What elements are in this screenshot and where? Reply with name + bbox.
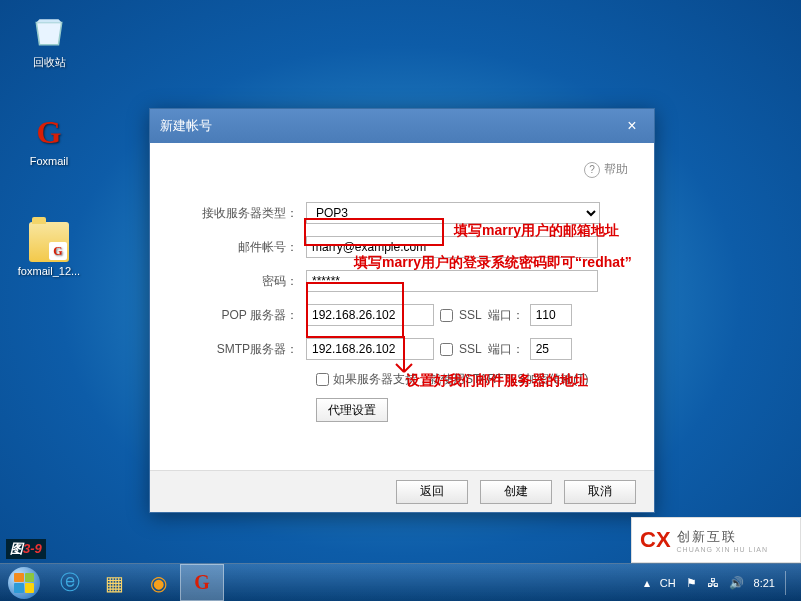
port-label: 端口： — [488, 307, 524, 324]
smtp-server-input[interactable] — [306, 338, 434, 360]
desktop-icon-foxmail[interactable]: G Foxmail — [14, 112, 84, 167]
watermark-brand: 创新互联 — [677, 528, 769, 546]
tray-expand-icon[interactable]: ▴ — [644, 576, 650, 590]
back-button[interactable]: 返回 — [396, 480, 468, 504]
taskbar: ⓔ ▦ ◉ G ▴ CH ⚑ 🖧 🔊 8:21 — [0, 563, 801, 601]
figure-number: 图3-9 — [6, 539, 46, 559]
desktop-icon-label: Foxmail — [14, 155, 84, 167]
label-password: 密码： — [176, 273, 306, 290]
dialog-footer: 返回 创建 取消 — [150, 470, 654, 512]
new-account-dialog: 新建帐号 × 帮助 接收服务器类型： POP3 邮件帐号： — [149, 108, 655, 513]
pop-server-input[interactable] — [306, 304, 434, 326]
ssl-label: SSL — [459, 308, 482, 322]
tray-lang[interactable]: CH — [660, 577, 676, 589]
desktop-icon-foxmail-folder[interactable]: G foxmail_12... — [14, 222, 84, 277]
smtp-ssl-checkbox[interactable] — [440, 343, 453, 356]
smtp-port-input[interactable] — [530, 338, 572, 360]
pop-ssl-checkbox[interactable] — [440, 309, 453, 322]
port-label: 端口： — [488, 341, 524, 358]
label-server-type: 接收服务器类型： — [176, 205, 306, 222]
watermark-sub: CHUANG XIN HU LIAN — [677, 546, 769, 553]
help-link[interactable]: 帮助 — [584, 161, 628, 178]
tray-clock[interactable]: 8:21 — [754, 577, 775, 589]
start-button[interactable] — [0, 564, 48, 601]
windows-logo-icon — [8, 567, 40, 599]
watermark-logo-icon: CX — [640, 527, 671, 553]
folder-icon: ▦ — [105, 571, 124, 595]
show-desktop-button[interactable] — [785, 571, 793, 595]
ie-icon: ⓔ — [60, 569, 80, 596]
volume-icon[interactable]: 🔊 — [729, 576, 744, 590]
ssl-label: SSL — [459, 342, 482, 356]
taskbar-foxmail[interactable]: G — [180, 564, 224, 601]
dialog-title: 新建帐号 — [160, 117, 212, 135]
create-button[interactable]: 创建 — [480, 480, 552, 504]
dialog-titlebar[interactable]: 新建帐号 × — [150, 109, 654, 143]
taskbar-media-player[interactable]: ◉ — [136, 564, 180, 601]
account-form: 接收服务器类型： POP3 邮件帐号： 密码： — [176, 201, 628, 422]
desktop-icon-label: 回收站 — [14, 55, 84, 70]
recycle-bin-icon — [29, 12, 69, 52]
label-mail-account: 邮件帐号： — [176, 239, 306, 256]
proxy-settings-button[interactable]: 代理设置 — [316, 398, 388, 422]
mail-account-input[interactable] — [306, 236, 598, 258]
foxmail-icon: G — [194, 571, 210, 594]
flag-icon[interactable]: ⚑ — [686, 576, 697, 590]
close-icon[interactable]: × — [620, 117, 644, 135]
taskbar-explorer[interactable]: ▦ — [92, 564, 136, 601]
server-type-select[interactable]: POP3 — [306, 202, 600, 224]
watermark: CX 创新互联 CHUANG XIN HU LIAN — [631, 517, 801, 563]
network-icon[interactable]: 🖧 — [707, 576, 719, 590]
desktop-icon-recycle-bin[interactable]: 回收站 — [14, 12, 84, 70]
media-player-icon: ◉ — [150, 571, 167, 595]
label-smtp: SMTP服务器： — [176, 341, 306, 358]
folder-icon: G — [29, 222, 69, 262]
foxmail-icon: G — [29, 112, 69, 152]
label-pop: POP 服务器： — [176, 307, 306, 324]
desktop: 回收站 G Foxmail G foxmail_12... 新建帐号 × 帮助 … — [0, 0, 801, 601]
starttls-checkbox[interactable] — [316, 373, 329, 386]
desktop-icon-label: foxmail_12... — [14, 265, 84, 277]
starttls-label: 如果服务器支持，就使用STARTTLS加密传输(T) — [333, 371, 589, 388]
password-input[interactable] — [306, 270, 598, 292]
taskbar-ie[interactable]: ⓔ — [48, 564, 92, 601]
system-tray[interactable]: ▴ CH ⚑ 🖧 🔊 8:21 — [644, 571, 801, 595]
pop-port-input[interactable] — [530, 304, 572, 326]
cancel-button[interactable]: 取消 — [564, 480, 636, 504]
